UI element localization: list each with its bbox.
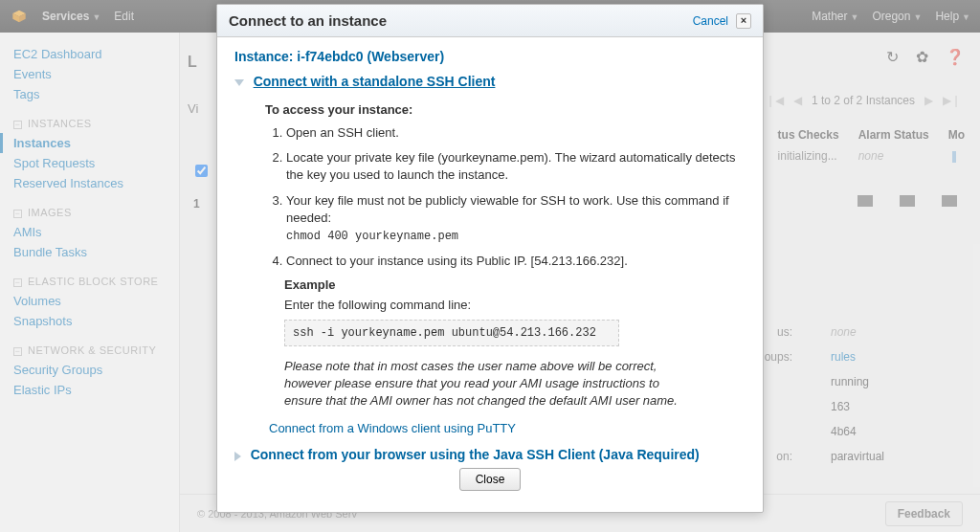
cancel-link[interactable]: Cancel <box>693 14 728 28</box>
modal-title: Connect to an instance <box>229 12 387 29</box>
triangle-right-icon <box>234 452 241 461</box>
instance-id: i-f74ebdc0 (Webserver) <box>297 49 444 64</box>
triangle-down-icon <box>234 79 244 86</box>
access-heading: To access your instance: <box>265 102 746 117</box>
example-heading: Example <box>284 277 746 292</box>
close-button[interactable]: Close <box>459 468 522 491</box>
enter-text: Enter the following command line: <box>284 298 746 312</box>
step-1: Open an SSH client. <box>286 124 746 142</box>
putty-link[interactable]: Connect from a Windows client using PuTT… <box>269 421 746 435</box>
expand-java-client[interactable]: Connect from your browser using the Java… <box>234 447 746 462</box>
ssh-command: ssh -i yourkeyname.pem ubuntu@54.213.166… <box>284 320 619 346</box>
expand-ssh-client[interactable]: Connect with a standalone SSH Client <box>234 74 746 89</box>
close-icon[interactable]: × <box>736 13 751 29</box>
connect-modal: Connect to an instance Cancel × Instance… <box>216 4 764 513</box>
step-4: Connect to your instance using its Publi… <box>286 253 746 270</box>
steps-list: Open an SSH client. Locate your private … <box>286 124 746 270</box>
modal-titlebar: Connect to an instance Cancel × <box>217 5 763 37</box>
username-note: Please note that in most cases the user … <box>284 358 696 410</box>
step-2: Locate your private key file (yourkeynam… <box>286 149 746 184</box>
step-3: Your key file must not be publicly viewa… <box>286 192 746 245</box>
instance-label: Instance: <box>234 49 293 64</box>
